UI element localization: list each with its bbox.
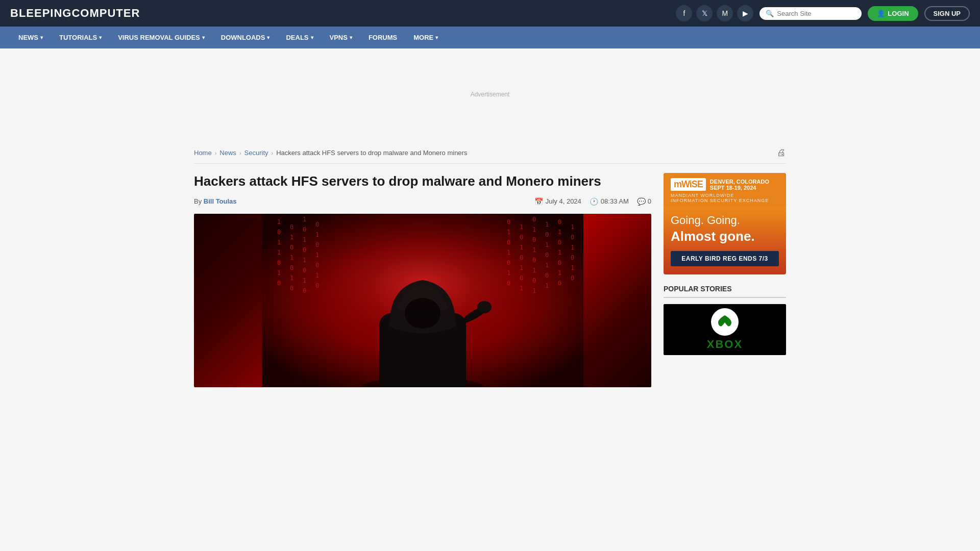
social-icons: f 𝕏 M ▶ [676,5,753,21]
comments-item[interactable]: 💬 0 [637,197,651,206]
ad-mwise: mWiSE DENVER, COLORADO SEPT 18-19, 2024 [671,178,779,191]
svg-text:0: 0 [277,280,281,287]
svg-text:1: 1 [277,218,281,226]
svg-text:0: 0 [520,234,523,241]
svg-text:1: 1 [571,223,574,231]
breadcrumb-sep-1: › [215,150,217,156]
ad-cta-button[interactable]: EARLY BIRD REG ENDS 7/3 [671,251,779,266]
svg-text:0: 0 [290,244,293,251]
xbox-circle [711,308,739,336]
svg-text:0: 0 [277,259,281,266]
search-input[interactable] [777,10,855,17]
ad-placeholder-text: Advertisement [471,91,510,98]
svg-text:0: 0 [277,229,281,236]
xbox-text: XBOX [707,338,743,351]
svg-text:1: 1 [315,231,319,238]
downloads-arrow: ▾ [267,35,270,40]
breadcrumb-current: Hackers attack HFS servers to drop malwa… [276,149,467,157]
comment-icon: 💬 [637,197,646,206]
svg-text:0: 0 [303,226,306,233]
tutorials-arrow: ▾ [99,35,102,40]
nav-more[interactable]: MORE ▾ [405,27,446,48]
svg-text:0: 0 [532,216,536,223]
ad-tagline-strong: Almost gone. [671,228,779,245]
facebook-icon[interactable]: f [676,5,692,21]
time-item: 🕐 08:33 AM [590,197,629,206]
svg-text:1: 1 [532,267,536,274]
comments-count-value: 0 [648,197,651,205]
article-time: 08:33 AM [601,197,629,205]
site-header: BLEEPINGCOMPUTER f 𝕏 M ▶ 🔍 👤 LOGIN SIGN … [0,0,980,27]
svg-text:1: 1 [507,249,510,256]
popular-stories-title: POPULAR STORIES [664,285,786,298]
svg-text:0: 0 [558,280,561,287]
article-date: July 4, 2024 [546,197,581,205]
header-right: f 𝕏 M ▶ 🔍 👤 LOGIN SIGN UP [676,5,970,21]
author-link[interactable]: Bill Toulas [204,197,237,205]
news-arrow: ▾ [40,35,43,40]
svg-text:0: 0 [545,252,549,259]
nav-virus[interactable]: VIRUS REMOVAL GUIDES ▾ [110,27,213,48]
breadcrumb-security[interactable]: Security [244,149,268,157]
svg-text:0: 0 [303,287,306,294]
svg-text:1: 1 [507,269,510,277]
article-image-svg: 1011010 0101010 10101010 0101010 0101010… [194,214,651,387]
mastodon-icon[interactable]: M [717,5,733,21]
search-icon: 🔍 [766,10,774,17]
xbox-logo: XBOX [707,308,743,351]
svg-text:1: 1 [545,262,549,269]
main-nav: NEWS ▾ TUTORIALS ▾ VIRUS REMOVAL GUIDES … [0,27,980,48]
breadcrumb-news[interactable]: News [219,149,236,157]
article-meta: By Bill Toulas 📅 July 4, 2024 🕐 08:33 AM… [194,197,651,206]
svg-text:0: 0 [507,259,510,266]
article-image: 1011010 0101010 10101010 0101010 0101010… [194,214,651,387]
ad-banner-top: Advertisement [0,48,980,140]
nav-tutorials[interactable]: TUTORIALS ▾ [51,27,110,48]
svg-text:0: 0 [558,259,561,266]
svg-point-78 [477,301,492,313]
nav-downloads[interactable]: DOWNLOADS ▾ [213,27,278,48]
nav-vpns[interactable]: VPNS ▾ [322,27,360,48]
svg-text:1: 1 [532,287,536,294]
svg-text:1: 1 [303,216,306,223]
svg-text:0: 0 [545,231,549,238]
xbox-x-svg [714,311,736,333]
breadcrumb: Home › News › Security › Hackers attack … [194,140,786,164]
calendar-icon: 📅 [534,197,543,206]
svg-text:1: 1 [315,252,319,259]
nav-deals[interactable]: DEALS ▾ [278,27,321,48]
svg-text:0: 0 [315,282,319,289]
svg-text:0: 0 [520,274,523,282]
twitter-icon[interactable]: 𝕏 [696,5,713,21]
print-icon[interactable]: 🖨 [777,147,786,158]
ad-header: mWiSE DENVER, COLORADO SEPT 18-19, 2024 … [664,173,786,206]
svg-text:1: 1 [520,285,523,292]
nav-forums[interactable]: FORUMS [360,27,405,48]
logo-suffix: COMPUTER [71,7,140,19]
date-item: 📅 July 4, 2024 [534,197,581,206]
svg-text:1: 1 [277,269,281,277]
svg-text:0: 0 [571,254,574,261]
breadcrumb-sep-2: › [239,150,241,156]
svg-text:1: 1 [277,249,281,256]
signup-button[interactable]: SIGN UP [924,6,970,21]
svg-text:1: 1 [315,272,319,279]
popular-story-image[interactable]: XBOX [664,304,786,355]
meta-right: 📅 July 4, 2024 🕐 08:33 AM 💬 0 [534,197,651,206]
signup-label: SIGN UP [934,10,961,17]
svg-text:0: 0 [303,246,306,254]
ad-location: DENVER, COLORADO [710,179,769,185]
mwise-logo: mWiSE [671,178,706,191]
nav-news[interactable]: NEWS ▾ [10,27,51,48]
login-button[interactable]: 👤 LOGIN [868,6,918,21]
svg-text:1: 1 [290,254,293,261]
site-logo[interactable]: BLEEPINGCOMPUTER [10,7,140,20]
search-box: 🔍 [760,7,862,20]
svg-text:1: 1 [303,236,306,243]
vpns-arrow: ▾ [350,35,352,40]
author-byline: By Bill Toulas [194,197,237,205]
svg-point-77 [405,298,440,329]
breadcrumb-home[interactable]: Home [194,149,212,157]
youtube-icon[interactable]: ▶ [737,5,753,21]
svg-text:0: 0 [315,221,319,228]
